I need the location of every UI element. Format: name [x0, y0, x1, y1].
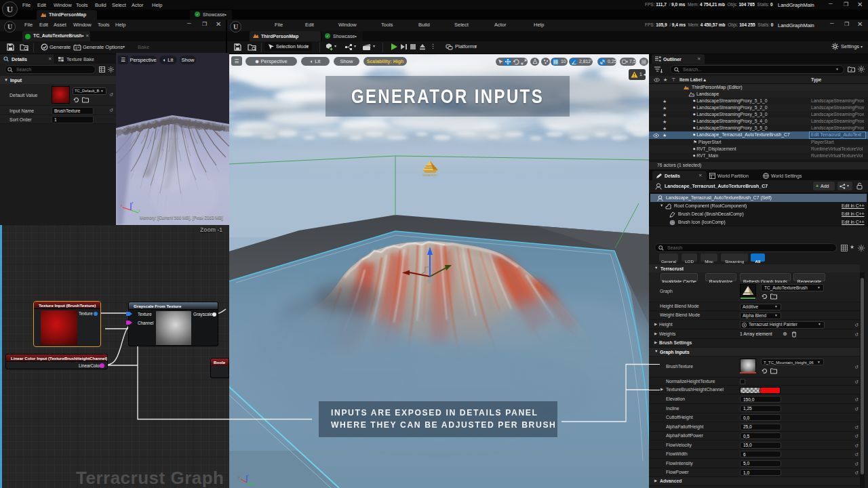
svg-text:x: x — [238, 475, 240, 479]
svg-text:x: x — [121, 203, 123, 207]
svg-text:y: y — [253, 481, 255, 485]
svg-text:z: z — [248, 473, 250, 477]
svg-text:y: y — [138, 208, 140, 212]
svg-text:z: z — [132, 201, 134, 205]
